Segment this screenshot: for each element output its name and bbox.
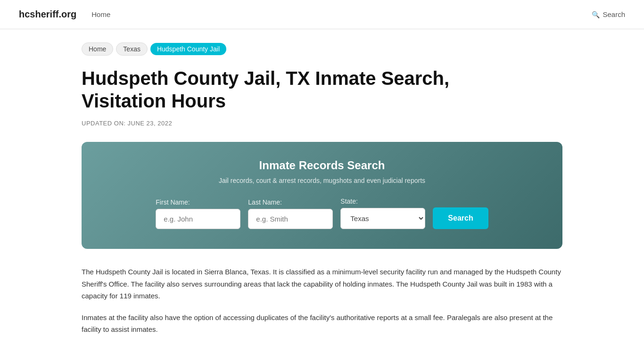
state-group: State: AlabamaAlaskaArizonaArkansasCalif… <box>340 197 425 229</box>
first-name-group: First Name: <box>156 198 240 229</box>
last-name-label: Last Name: <box>248 198 333 206</box>
state-label: State: <box>340 197 425 205</box>
nav-left: hcsheriff.org Home <box>19 9 110 20</box>
nav-home-link[interactable]: Home <box>91 10 110 18</box>
page-title: Hudspeth County Jail, TX Inmate Search, … <box>82 67 506 112</box>
first-name-input[interactable] <box>156 209 240 229</box>
search-form: First Name: Last Name: State: AlabamaAla… <box>104 197 540 229</box>
search-icon: 🔍 <box>592 11 600 18</box>
breadcrumb: Home Texas Hudspeth County Jail <box>82 42 562 56</box>
search-button[interactable]: Search <box>433 207 488 229</box>
nav-search-label: Search <box>603 10 625 18</box>
last-name-input[interactable] <box>248 209 333 229</box>
first-name-label: First Name: <box>156 198 240 206</box>
last-name-group: Last Name: <box>248 198 333 229</box>
site-logo[interactable]: hcsheriff.org <box>19 9 76 20</box>
search-box: Inmate Records Search Jail records, cour… <box>82 142 562 249</box>
navbar: hcsheriff.org Home 🔍 Search <box>0 0 644 29</box>
search-box-title: Inmate Records Search <box>104 159 540 172</box>
nav-search-button[interactable]: 🔍 Search <box>592 10 625 18</box>
description-paragraph-2: Inmates at the facility also have the op… <box>82 312 562 336</box>
description-paragraph-1: The Hudspeth County Jail is located in S… <box>82 266 562 302</box>
description-section: The Hudspeth County Jail is located in S… <box>82 266 562 336</box>
state-select[interactable]: AlabamaAlaskaArizonaArkansasCaliforniaCo… <box>340 208 425 229</box>
main-content: Home Texas Hudspeth County Jail Hudspeth… <box>63 29 581 362</box>
search-box-subtitle: Jail records, court & arrest records, mu… <box>104 177 540 184</box>
breadcrumb-texas[interactable]: Texas <box>116 42 148 56</box>
breadcrumb-home[interactable]: Home <box>82 42 113 56</box>
breadcrumb-current[interactable]: Hudspeth County Jail <box>150 43 226 55</box>
updated-date: UPDATED ON: JUNE 23, 2022 <box>82 120 562 127</box>
